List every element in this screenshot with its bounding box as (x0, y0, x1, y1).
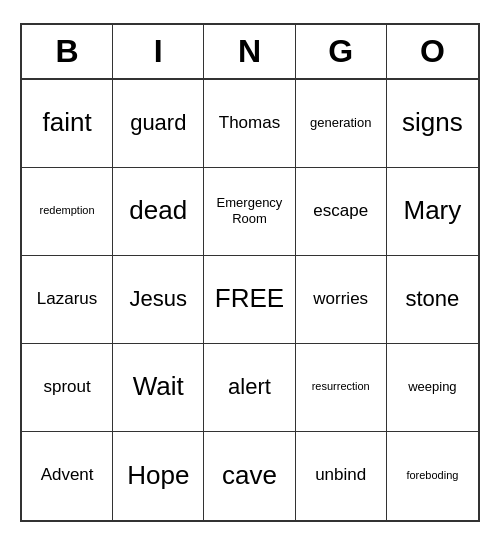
bingo-cell[interactable]: Lazarus (22, 256, 113, 344)
bingo-cell[interactable]: weeping (387, 344, 478, 432)
cell-text: unbind (315, 465, 366, 485)
cell-text: sprout (43, 377, 90, 397)
bingo-header: BINGO (22, 25, 478, 80)
bingo-cell[interactable]: guard (113, 80, 204, 168)
cell-text: Emergency Room (208, 195, 290, 226)
bingo-cell[interactable]: escape (296, 168, 387, 256)
bingo-cell[interactable]: redemption (22, 168, 113, 256)
cell-text: signs (402, 107, 463, 138)
cell-text: dead (129, 195, 187, 226)
header-letter: G (296, 25, 387, 78)
cell-text: stone (405, 286, 459, 312)
bingo-cell[interactable]: resurrection (296, 344, 387, 432)
bingo-cell[interactable]: faint (22, 80, 113, 168)
cell-text: generation (310, 115, 371, 131)
bingo-cell[interactable]: foreboding (387, 432, 478, 520)
cell-text: redemption (40, 204, 95, 217)
bingo-cell[interactable]: Advent (22, 432, 113, 520)
bingo-cell[interactable]: dead (113, 168, 204, 256)
header-letter: I (113, 25, 204, 78)
bingo-card: BINGO faintguardThomasgenerationsignsred… (20, 23, 480, 522)
bingo-cell[interactable]: generation (296, 80, 387, 168)
cell-text: cave (222, 460, 277, 491)
header-letter: N (204, 25, 295, 78)
cell-text: Jesus (130, 286, 187, 312)
cell-text: Mary (404, 195, 462, 226)
cell-text: FREE (215, 283, 284, 314)
bingo-cell[interactable]: Jesus (113, 256, 204, 344)
bingo-cell[interactable]: stone (387, 256, 478, 344)
header-letter: O (387, 25, 478, 78)
bingo-cell[interactable]: Mary (387, 168, 478, 256)
cell-text: alert (228, 374, 271, 400)
bingo-cell[interactable]: sprout (22, 344, 113, 432)
cell-text: resurrection (312, 380, 370, 393)
header-letter: B (22, 25, 113, 78)
bingo-cell[interactable]: alert (204, 344, 295, 432)
cell-text: Hope (127, 460, 189, 491)
cell-text: faint (43, 107, 92, 138)
bingo-cell[interactable]: Thomas (204, 80, 295, 168)
cell-text: weeping (408, 379, 456, 395)
bingo-cell[interactable]: Wait (113, 344, 204, 432)
cell-text: guard (130, 110, 186, 136)
bingo-cell[interactable]: signs (387, 80, 478, 168)
bingo-cell[interactable]: FREE (204, 256, 295, 344)
bingo-cell[interactable]: Hope (113, 432, 204, 520)
bingo-cell[interactable]: Emergency Room (204, 168, 295, 256)
cell-text: escape (313, 201, 368, 221)
bingo-cell[interactable]: unbind (296, 432, 387, 520)
cell-text: Advent (41, 465, 94, 485)
bingo-cell[interactable]: worries (296, 256, 387, 344)
cell-text: Thomas (219, 113, 280, 133)
cell-text: Lazarus (37, 289, 97, 309)
bingo-cell[interactable]: cave (204, 432, 295, 520)
cell-text: Wait (133, 371, 184, 402)
bingo-grid: faintguardThomasgenerationsignsredemptio… (22, 80, 478, 520)
cell-text: worries (313, 289, 368, 309)
cell-text: foreboding (406, 469, 458, 482)
